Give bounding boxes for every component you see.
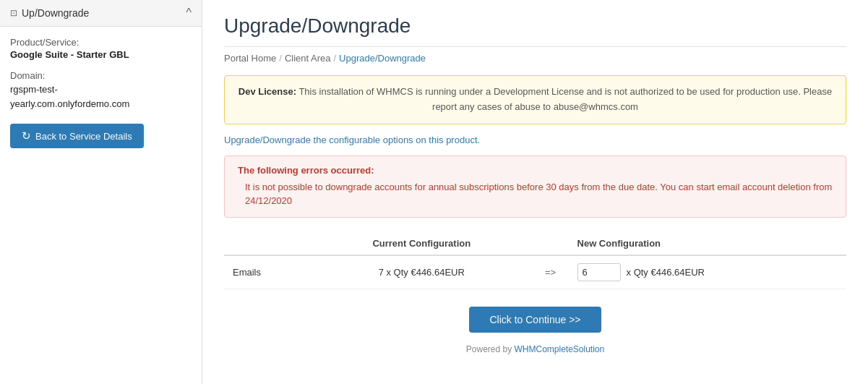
sidebar-body: Product/Service: Google Suite - Starter …: [0, 27, 202, 158]
table-row: Emails 7 x Qty €446.64EUR => x Qty €446.…: [224, 255, 846, 289]
sidebar-collapse-button[interactable]: ^: [186, 7, 192, 19]
breadcrumb: Portal Home / Client Area / Upgrade/Down…: [224, 53, 846, 64]
back-to-service-button[interactable]: ↻ Back to Service Details: [10, 124, 144, 148]
arrow-left-icon: ↻: [22, 129, 31, 142]
sidebar: ⊡ Up/Downgrade ^ Product/Service: Google…: [0, 0, 202, 384]
footer: Powered by WHMCompleteSolution: [224, 344, 846, 354]
col-header-item: [224, 232, 311, 255]
back-btn-label: Back to Service Details: [35, 131, 132, 142]
col-header-new: New Configuration: [569, 232, 846, 255]
continue-button[interactable]: Click to Continue >>: [469, 307, 601, 333]
continue-btn-wrapper: Click to Continue >>: [224, 307, 846, 333]
main-content: Upgrade/Downgrade Portal Home / Client A…: [202, 0, 868, 384]
config-table-header-row: Current Configuration New Configuration: [224, 232, 846, 255]
col-header-arrow: [533, 232, 569, 255]
error-title: The following errors occurred:: [238, 165, 833, 176]
breadcrumb-sep-1: /: [279, 53, 282, 64]
row-item-name: Emails: [224, 255, 311, 289]
config-table: Current Configuration New Configuration …: [224, 232, 846, 289]
row-arrow: =>: [533, 255, 569, 289]
sidebar-header: ⊡ Up/Downgrade ^: [0, 0, 202, 27]
sidebar-title-text: Up/Downgrade: [22, 7, 89, 19]
domain-value: rgspm-test-yearly.com.onlyfordemo.com: [10, 82, 192, 111]
col-header-current: Current Configuration: [311, 232, 533, 255]
footer-link[interactable]: WHMCompleteSolution: [514, 344, 604, 354]
page-subtitle: Upgrade/Downgrade the configurable optio…: [224, 135, 846, 145]
dev-license-notice: Dev License: This installation of WHMCS …: [224, 75, 846, 124]
breadcrumb-client-area[interactable]: Client Area: [285, 53, 331, 64]
product-value: Google Suite - Starter GBL: [10, 49, 192, 60]
breadcrumb-current: Upgrade/Downgrade: [339, 53, 426, 64]
resize-icon: ⊡: [10, 8, 17, 18]
row-current-config: 7 x Qty €446.64EUR: [311, 255, 533, 289]
sidebar-title: ⊡ Up/Downgrade: [10, 7, 89, 19]
product-label: Product/Service:: [10, 37, 192, 48]
error-message: It is not possible to downgrade accounts…: [238, 180, 833, 208]
dev-license-text: This installation of WHMCS is running un…: [298, 86, 832, 112]
footer-text: Powered by: [466, 344, 515, 354]
new-price-label: x Qty €446.64EUR: [627, 267, 705, 278]
breadcrumb-portal[interactable]: Portal Home: [224, 53, 276, 64]
row-new-config: x Qty €446.64EUR: [569, 255, 846, 289]
breadcrumb-sep-2: /: [333, 53, 336, 64]
domain-label: Domain:: [10, 70, 192, 81]
error-box: The following errors occurred: It is not…: [224, 155, 846, 218]
page-title: Upgrade/Downgrade: [224, 14, 846, 47]
dev-license-bold: Dev License:: [239, 86, 296, 97]
new-qty-input[interactable]: [577, 263, 621, 281]
